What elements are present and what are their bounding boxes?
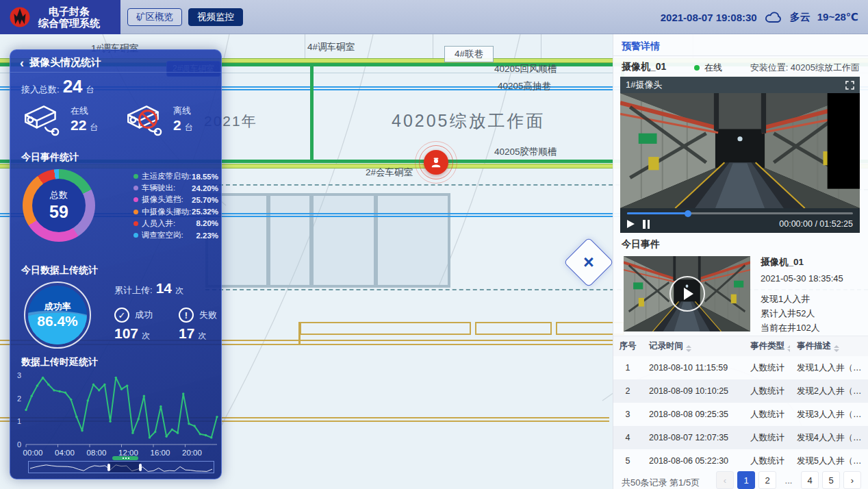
legend-dot [133,174,138,179]
table-row[interactable]: 22018-08-09 10:10:25人数统计发现2人入井（累计入井52人..… [613,379,868,403]
table-cell: 5 [613,456,642,466]
map-label-plain: 4#调车硐室 [307,41,355,53]
legend-name: 调查室空岗: [142,230,196,240]
success-unit: 次 [142,330,150,342]
events-donut-chart: 总数 59 [23,169,95,242]
x-tick-label: 08:00 [87,449,107,457]
event-line: 发现1人入井 [761,292,862,306]
legend-item: 主运皮带启动:18.55% [133,171,218,182]
upload-success-value: 107 次 [114,325,150,342]
delay-line-series [26,377,217,438]
y-tick-label: 2 [17,394,21,403]
donut-center-label: 总数 [50,189,68,201]
page-button-1[interactable]: 1 [737,471,755,489]
panel-title: 摄像头情况统计 [29,56,101,69]
upload-fail-stat: ! 失败 [179,308,217,323]
legend-value: 25.32% [192,208,218,216]
zoom-handle-right[interactable] [139,464,142,471]
zoom-handle-left[interactable] [107,464,110,471]
top-header: 电子封条 综合管理系统 矿区概览视频监控 2021-08-07 19:08:30… [0,0,868,34]
offline-value: 2 [173,117,181,134]
success-rate-gauge: 成功率 86.4% [24,281,91,349]
legend-value: 25.70% [192,196,218,204]
legend-dot [133,233,138,238]
event-table-header: 序号记录时间事件类型事件描述 [613,336,868,356]
legend-item: 车辆驶出:24.20% [133,182,218,194]
next-page-button[interactable]: › [843,471,861,489]
play-overlay-icon[interactable] [669,276,705,312]
fullscreen-icon[interactable] [845,81,854,90]
donut-center-value: 59 [49,202,68,222]
play-button[interactable] [627,220,635,228]
table-cell: 发现4人入井（累计入井52人... [790,432,868,444]
access-total: 接入总数: 24 台 [21,76,94,97]
legend-value: 8.20% [196,219,218,227]
header-right-info: 2021-08-07 19:08:30 多云 19~28℃ [661,0,858,34]
video-controls-bar: 00:00:00 / 01:52:25 [620,208,860,233]
table-header-3[interactable]: 事件描述 [790,340,868,352]
page-button-2[interactable]: 2 [758,471,776,489]
table-header-1[interactable]: 记录时间 [642,340,743,352]
chart-zoom-slider[interactable] [28,461,214,473]
legend-name: 车辆驶出: [142,183,192,193]
table-cell: 人数统计 [743,386,790,397]
cloud-icon [764,11,783,23]
access-total-value: 24 [63,76,83,97]
legend-name: 摄像头遮挡: [142,195,192,205]
map-label-plain: 40205回风顺槽 [494,63,557,75]
event-video-thumbnail[interactable] [624,256,750,331]
legend-dot [133,210,138,214]
legend-value: 24.20% [192,184,218,192]
event-line: 当前在井102人 [761,321,862,335]
video-frame[interactable] [620,93,860,208]
table-cell: 1 [613,363,642,373]
tab-video-monitoring[interactable]: 视频监控 [188,8,243,26]
prev-page-button[interactable]: ‹ [716,471,734,489]
page-ellipsis[interactable]: ... [780,471,797,489]
table-cell: 发现2人入井（累计入井52人... [790,386,868,397]
table-row[interactable]: 12018-08-10 11:15:59人数统计发现1人入井（累计入井52人..… [613,356,868,379]
sort-caret-icon[interactable] [686,345,691,352]
offline-camera-stat: 离线 2台 [123,99,193,139]
table-row[interactable]: 32018-08-08 09:25:35人数统计发现3人入井（累计入井52人..… [613,403,868,426]
cumulative-value: 14 [156,280,172,297]
video-progress-handle[interactable] [685,210,691,217]
video-title: 1#摄像头 [626,79,662,91]
event-table: 12018-08-10 11:15:59人数统计发现1人入井（累计入井52人..… [613,356,868,473]
table-cell: 人数统计 [743,455,790,467]
cumulative-unit: 次 [175,285,183,297]
exclamation-circle-icon: ! [179,308,194,323]
sort-caret-icon[interactable] [834,345,839,352]
gauge-value: 86.4% [37,313,78,329]
fail-unit: 次 [198,330,206,342]
tab-mine-overview[interactable]: 矿区概览 [127,8,182,26]
zoom-grip[interactable] [112,456,138,460]
table-cell: 2018-08-07 12:07:35 [642,433,743,442]
legend-value: 2.23% [196,231,218,240]
table-header-2[interactable]: 事件类型 [743,340,790,352]
page-button-4[interactable]: 4 [801,471,819,489]
weather-range: 19~28℃ [817,11,858,23]
pause-button[interactable] [643,220,650,229]
zoom-selection[interactable] [109,462,140,473]
upload-success-stat: ✓ 成功 [114,308,153,323]
legend-value: 18.55% [192,173,218,181]
cumulative-upload: 累计上传: 14 次 [114,280,183,297]
gauge-label: 成功率 [44,301,71,313]
map-label-plain: 2#会车硐室 [366,166,413,179]
page-button-5[interactable]: 5 [822,471,840,489]
event-card: 摄像机_01 2021-05-30 18:35:45 发现1人入井 累计入井52… [761,256,862,335]
video-progress-bar[interactable] [627,212,853,214]
table-cell: 发现5人入井（累计入井52人... [790,455,868,467]
table-row[interactable]: 52018-08-06 05:22:30人数统计发现5人入井（累计入井52人..… [613,449,868,473]
check-circle-icon: ✓ [114,308,129,323]
table-row[interactable]: 42018-08-07 12:07:35人数统计发现4人入井（累计入井52人..… [613,426,868,449]
company-logo-icon [8,5,31,29]
install-location: 安装位置: 40205综放工作面 [750,62,860,74]
weather-condition: 多云 [790,11,810,24]
legend-item: 人员入井:8.20% [133,218,218,229]
cumulative-label: 累计上传: [114,284,153,297]
online-value: 22 [71,117,86,134]
chevron-left-icon[interactable]: ‹ [20,58,24,68]
table-cell: 2 [613,386,642,396]
